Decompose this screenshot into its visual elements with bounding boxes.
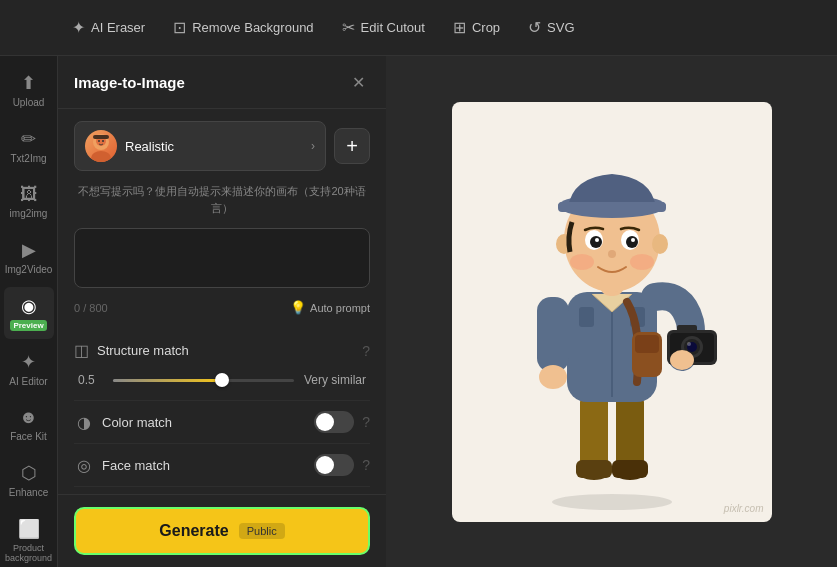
upload-label: Upload <box>13 97 45 108</box>
remove-bg-label: Remove Background <box>192 20 313 35</box>
img2video-label: Img2Video <box>5 264 53 275</box>
img2img-icon: 🖼 <box>20 184 38 205</box>
remove-bg-icon: ⊡ <box>173 18 186 37</box>
style-selector: Realistic › + <box>74 121 370 171</box>
svg-rect-43 <box>635 335 659 353</box>
face-match-toggle[interactable] <box>314 454 354 476</box>
auto-prompt-label: Auto prompt <box>310 302 370 314</box>
color-match-label: Color match <box>102 415 306 430</box>
color-match-icon: ◑ <box>74 413 94 432</box>
style-avatar <box>85 130 117 162</box>
close-button[interactable]: ✕ <box>346 70 370 94</box>
face-match-help-icon[interactable]: ? <box>362 457 370 473</box>
svg-point-39 <box>608 250 616 258</box>
sidebar-item-img2video[interactable]: ▶ Img2Video <box>4 231 54 283</box>
svg-point-24 <box>687 342 691 346</box>
panel-title: Image-to-Image <box>74 74 185 91</box>
sidebar-item-upload[interactable]: ⬆ Upload <box>4 64 54 116</box>
main-area: ⬆ Upload ✏ Txt2Img 🖼 img2img ▶ Img2Video… <box>0 56 837 567</box>
face-match-row: ◎ Face match ? <box>74 444 370 487</box>
sidebar-item-ai-editor[interactable]: ✦ AI Editor <box>4 343 54 395</box>
upload-icon: ⬆ <box>21 72 36 94</box>
svg-point-38 <box>631 238 635 242</box>
svg-point-35 <box>590 236 602 248</box>
generate-button[interactable]: Generate Public <box>74 507 370 555</box>
style-chevron-icon: › <box>311 139 315 153</box>
svg-rect-25 <box>677 325 697 333</box>
color-match-row: ◑ Color match ? <box>74 401 370 444</box>
svg-point-18 <box>539 365 567 389</box>
generate-area: Generate Public <box>58 494 386 567</box>
panel: Image-to-Image ✕ <box>58 56 386 567</box>
sidebar-item-txt2img[interactable]: ✏ Txt2Img <box>4 120 54 172</box>
face-match-icon: ◎ <box>74 456 94 475</box>
prompt-textarea[interactable] <box>74 228 370 288</box>
sidebar-item-img2img[interactable]: 🖼 img2img <box>4 176 54 227</box>
svg-rect-32 <box>558 202 666 212</box>
bulb-icon: 💡 <box>290 300 306 315</box>
enhance-icon: ⬡ <box>21 462 37 484</box>
style-button[interactable]: Realistic › <box>74 121 326 171</box>
ai-editor-label: AI Editor <box>9 376 47 387</box>
product-bg-icon: ⬜ <box>18 518 40 540</box>
sidebar-item-enhance[interactable]: ⬡ Enhance <box>4 454 54 506</box>
plus-icon: + <box>346 135 358 158</box>
txt2img-label: Txt2Img <box>10 153 46 164</box>
preview-badge: Preview <box>10 320 46 331</box>
slider-thumb[interactable] <box>215 373 229 387</box>
toolbar-svg[interactable]: ↺ SVG <box>516 12 586 43</box>
img2img-label: img2img <box>10 208 48 219</box>
crop-icon: ⊞ <box>453 18 466 37</box>
crop-label: Crop <box>472 20 500 35</box>
sidebar-item-product-bg[interactable]: ⬜ Productbackground <box>4 510 54 567</box>
sidebar-item-preview[interactable]: ◉ Preview <box>4 287 54 339</box>
visibility-badge: Public <box>239 523 285 539</box>
svg-icon: ↺ <box>528 18 541 37</box>
sidebar-item-face-kit[interactable]: ☻ Face Kit <box>4 399 54 450</box>
edit-cutout-label: Edit Cutout <box>361 20 425 35</box>
svg-rect-12 <box>612 460 648 478</box>
character-illustration <box>472 112 752 512</box>
svg-point-3 <box>98 140 100 142</box>
hint-text: 不想写提示吗？使用自动提示来描述你的画布（支持20种语言） <box>74 183 370 216</box>
slider-descriptor: Very similar <box>304 373 366 387</box>
svg-point-6 <box>552 494 672 510</box>
svg-point-30 <box>652 234 668 254</box>
edit-cutout-icon: ✂ <box>342 18 355 37</box>
face-kit-label: Face Kit <box>10 431 47 442</box>
canvas-area[interactable]: pixlr.com <box>386 56 837 567</box>
slider-value: 0.5 <box>78 373 103 387</box>
toolbar-eraser[interactable]: ✦ AI Eraser <box>60 12 157 43</box>
eraser-label: AI Eraser <box>91 20 145 35</box>
svg-point-2 <box>91 151 111 162</box>
style-name: Realistic <box>125 139 174 154</box>
svg-label: SVG <box>547 20 574 35</box>
svg-point-26 <box>670 350 694 370</box>
generate-label: Generate <box>159 522 228 540</box>
toolbar-edit-cutout[interactable]: ✂ Edit Cutout <box>330 12 437 43</box>
product-bg-label: Productbackground <box>5 543 52 563</box>
face-match-label: Face match <box>102 458 306 473</box>
svg-rect-5 <box>93 135 109 139</box>
color-match-help-icon[interactable]: ? <box>362 414 370 430</box>
structure-icon: ◫ <box>74 341 89 360</box>
svg-rect-15 <box>579 307 594 327</box>
eraser-icon: ✦ <box>72 18 85 37</box>
color-match-toggle[interactable] <box>314 411 354 433</box>
face-match-toggle-thumb <box>316 456 334 474</box>
slider-container: 0.5 Very similar <box>74 370 370 390</box>
txt2img-icon: ✏ <box>21 128 36 150</box>
preview-icon: ◉ <box>21 295 37 317</box>
enhance-label: Enhance <box>9 487 48 498</box>
structure-help-icon[interactable]: ? <box>362 343 370 359</box>
watermark: pixlr.com <box>724 503 764 514</box>
toolbar-crop[interactable]: ⊞ Crop <box>441 12 512 43</box>
char-count: 0 / 800 <box>74 302 108 314</box>
img2video-icon: ▶ <box>22 239 36 261</box>
sidebar-icons: ⬆ Upload ✏ Txt2Img 🖼 img2img ▶ Img2Video… <box>0 56 58 567</box>
toolbar-remove-bg[interactable]: ⊡ Remove Background <box>161 12 325 43</box>
add-style-button[interactable]: + <box>334 128 370 164</box>
auto-prompt-button[interactable]: 💡 Auto prompt <box>290 300 370 315</box>
svg-point-4 <box>102 140 104 142</box>
slider-fill <box>113 379 222 382</box>
